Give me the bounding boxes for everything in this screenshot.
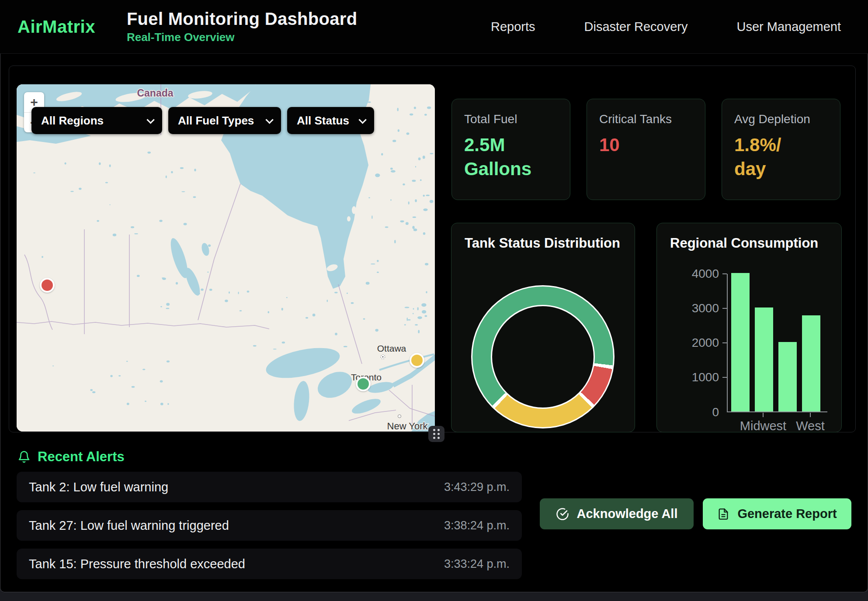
bar-region-3 bbox=[778, 342, 797, 411]
alert-time: 3:43:29 p.m. bbox=[444, 480, 510, 494]
stat-value: 10 bbox=[599, 133, 693, 157]
alert-row[interactable]: Tank 2: Low fuel warning 3:43:29 p.m. bbox=[17, 472, 522, 502]
bell-icon bbox=[17, 450, 31, 464]
donut-hole bbox=[491, 305, 595, 409]
donut-ring bbox=[472, 287, 613, 427]
y-tick-label: 1000 bbox=[658, 370, 719, 384]
recent-alerts-title: Recent Alerts bbox=[38, 449, 125, 465]
alert-time: 3:38:24 p.m. bbox=[444, 519, 510, 532]
alert-row[interactable]: Tank 27: Low fuel warning triggered 3:38… bbox=[17, 510, 522, 541]
main-nav: Reports Disaster Recovery User Managemen… bbox=[491, 20, 851, 34]
region-filter-dropdown[interactable]: All Regions bbox=[31, 107, 162, 134]
bar-region-midwest bbox=[755, 307, 773, 411]
status-filter-value: All Status bbox=[297, 114, 349, 128]
map-resize-handle[interactable] bbox=[428, 426, 444, 442]
stat-label: Avg Depletion bbox=[734, 112, 828, 126]
fuel-type-filter-dropdown[interactable]: All Fuel Types bbox=[168, 107, 281, 134]
alert-message: Tank 2: Low fuel warning bbox=[29, 480, 168, 494]
acknowledge-all-button[interactable]: Acknowledge All bbox=[540, 498, 694, 529]
fuel-map[interactable]: Canada Ottawa Toronto New York + − All R… bbox=[17, 84, 435, 432]
map-canvas: Canada Ottawa Toronto New York bbox=[17, 84, 435, 432]
donut-chart-title: Tank Status Distribution bbox=[465, 235, 620, 251]
fuel-type-filter-value: All Fuel Types bbox=[178, 114, 254, 128]
alert-row[interactable]: Tank 15: Pressure threshold exceeded 3:3… bbox=[17, 549, 522, 579]
title-block: Fuel Monitoring Dashboard Real-Time Over… bbox=[127, 9, 357, 44]
alert-time: 3:33:24 p.m. bbox=[444, 557, 510, 571]
y-tick-label: 4000 bbox=[658, 267, 719, 281]
check-circle-icon bbox=[556, 508, 569, 521]
map-filters: All Regions All Fuel Types All Status bbox=[31, 107, 374, 134]
status-filter-dropdown[interactable]: All Status bbox=[287, 107, 374, 134]
stat-label: Critical Tanks bbox=[599, 112, 693, 126]
region-filter-value: All Regions bbox=[41, 114, 104, 128]
chevron-down-icon bbox=[146, 116, 154, 124]
generate-report-label: Generate Report bbox=[737, 507, 837, 521]
map-label-ottawa: Ottawa bbox=[377, 343, 406, 353]
y-tick bbox=[722, 342, 727, 343]
bar-plot-area bbox=[727, 274, 827, 412]
y-tick bbox=[722, 308, 727, 309]
stat-value: 2.5M Gallons bbox=[464, 133, 558, 181]
y-tick-label: 0 bbox=[658, 405, 719, 419]
nav-user-management[interactable]: User Management bbox=[736, 20, 841, 34]
x-tick-label-west: West bbox=[771, 419, 850, 433]
header: AirMatrix Fuel Monitoring Dashboard Real… bbox=[0, 0, 868, 54]
bar-region-west bbox=[802, 315, 820, 411]
page-subtitle: Real-Time Overview bbox=[127, 31, 357, 44]
y-tick bbox=[722, 377, 727, 378]
tank-marker-critical[interactable] bbox=[40, 278, 55, 293]
donut-chart bbox=[471, 285, 615, 428]
y-tick-label: 2000 bbox=[658, 336, 719, 350]
recent-alerts-heading: Recent Alerts bbox=[17, 449, 125, 465]
alert-message: Tank 27: Low fuel warning triggered bbox=[29, 518, 229, 533]
page-title: Fuel Monitoring Dashboard bbox=[127, 9, 357, 29]
tank-marker-normal[interactable] bbox=[356, 376, 371, 391]
acknowledge-all-label: Acknowledge All bbox=[577, 507, 678, 521]
y-tick-label: 3000 bbox=[658, 301, 719, 315]
tank-marker-warning[interactable] bbox=[410, 353, 424, 368]
alert-message: Tank 15: Pressure threshold exceeded bbox=[29, 557, 245, 571]
chevron-down-icon bbox=[358, 116, 366, 124]
tank-status-card: Tank Status Distribution bbox=[451, 223, 635, 432]
chevron-down-icon bbox=[265, 116, 273, 124]
app-logo: AirMatrix bbox=[17, 17, 95, 37]
x-tick bbox=[763, 413, 764, 417]
nav-disaster-recovery[interactable]: Disaster Recovery bbox=[584, 20, 688, 34]
nav-reports[interactable]: Reports bbox=[491, 20, 535, 34]
map-label-new-york: New York bbox=[387, 421, 428, 432]
bar-chart-title: Regional Consumption bbox=[670, 235, 818, 251]
stat-card-total-fuel: Total Fuel 2.5M Gallons bbox=[451, 99, 570, 200]
regional-consumption-card: Regional Consumption 4000 3000 2000 1000… bbox=[656, 223, 842, 432]
stat-value: 1.8%/ day bbox=[734, 133, 828, 181]
bar-region-1 bbox=[731, 273, 750, 411]
dashboard-root: AirMatrix Fuel Monitoring Dashboard Real… bbox=[0, 0, 868, 601]
stat-card-critical-tanks: Critical Tanks 10 bbox=[587, 99, 705, 200]
x-tick bbox=[810, 413, 811, 417]
stat-card-avg-depletion: Avg Depletion 1.8%/ day bbox=[722, 99, 840, 200]
generate-report-button[interactable]: Generate Report bbox=[703, 498, 851, 529]
map-label-canada: Canada bbox=[137, 87, 173, 99]
y-tick bbox=[722, 273, 727, 274]
document-icon bbox=[717, 508, 729, 521]
stat-label: Total Fuel bbox=[464, 112, 558, 126]
